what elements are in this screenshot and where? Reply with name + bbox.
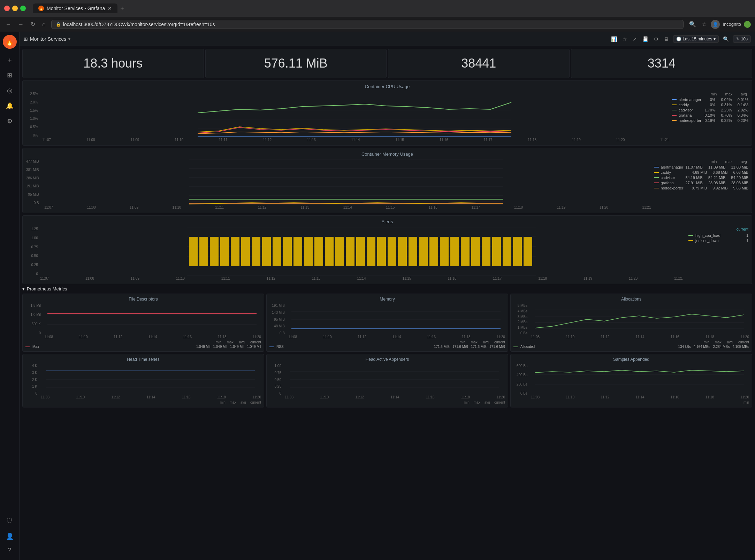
sidebar-item-help[interactable]: ? [3,543,17,557]
svg-rect-26 [241,237,250,266]
svg-rect-50 [492,237,501,266]
active-tab[interactable]: 🔥 Monitor Services - Grafana ✕ [33,3,117,13]
address-bar[interactable]: 🔒 localhost:3000/d/O78YD0CWk/monitor-ser… [51,20,684,29]
minimize-button[interactable] [12,6,18,11]
sidebar: 🔥 ＋ ⊞ ◎ 🔔 ⚙ 🛡 👤 ? [0,32,20,560]
mem-caddy-color [654,172,659,173]
mini-panels-row-1: File Descriptors 1.5 Mil 1.0 Mil 500 K 0 [22,294,752,352]
top-bar: ⊞ Monitor Services ▾ 📊 ☆ ↗ 💾 ⚙ 🖥 🕐 Last … [20,32,755,46]
save-button[interactable]: 💾 [641,35,650,43]
svg-rect-21 [189,237,198,266]
fd-x-axis: 11:0811:1011:1211:1411:1611:1811:20 [44,335,261,339]
svg-rect-47 [461,237,470,266]
alerts-panel-title: Alerts [26,219,748,224]
sidebar-item-shield[interactable]: 🛡 [3,514,17,528]
svg-rect-34 [325,237,334,266]
hts-x-axis: 11:0811:1011:1211:1411:1611:1811:20 [41,395,261,399]
search-button[interactable]: 🔍 [688,20,697,29]
chart-button[interactable]: 📊 [610,35,618,43]
nodeexporter-color [672,120,677,121]
bookmark-button[interactable]: ☆ [700,20,708,29]
svg-rect-31 [293,237,302,266]
home-button[interactable]: ⌂ [41,20,47,29]
stat-value-4: 3314 [578,56,745,71]
alloc-svg [529,304,749,335]
main-content: ⊞ Monitor Services ▾ 📊 ☆ ↗ 💾 ⚙ 🖥 🕐 Last … [20,32,755,560]
sidebar-item-user[interactable]: 👤 [3,529,17,543]
back-button[interactable]: ← [4,20,13,29]
new-tab-button[interactable]: + [117,3,127,14]
memory-y-axis: 477 MiB 381 MiB 286 MiB 191 MiB 95 MiB 0… [26,160,41,205]
alloc-x-axis: 11:0811:1011:1211:1411:1611:1811:20 [531,335,749,339]
prom-mem-y-axis: 191 MiB 143 MiB 95 MiB 48 MiB 0 B [269,304,287,335]
svg-rect-48 [471,237,480,266]
sidebar-item-add[interactable]: ＋ [3,53,17,67]
memory-panel-title: Container Memory Usage [26,151,748,157]
grafana-logo[interactable]: 🔥 [3,35,17,49]
monitor-button[interactable]: 🖥 [663,35,670,43]
alerts-legend-jenkins: jenkins_down 1 [688,239,748,243]
gear-button[interactable]: ⚙ [653,35,660,43]
haa-legend-header: minmaxavgcurrent [269,400,505,404]
alloc-legend: minmaxavgcurrent Allocated 134 kBs 4.164… [513,340,749,349]
svg-rect-87 [535,364,744,395]
dashboard-chevron[interactable]: ▾ [68,37,70,41]
svg-rect-28 [262,237,271,266]
cpu-y-axis: 2.5% 2.0% 1.5% 1.0% 0.5% 0% [26,92,40,137]
samples-appended-title: Samples Appended [513,357,749,362]
share-button[interactable]: ↗ [631,35,638,43]
alerts-y-axis: 1.25 1.00 0.75 0.50 0.25 0 [26,227,40,276]
forward-button[interactable]: → [17,20,25,29]
star-button[interactable]: ☆ [621,35,628,43]
url-text: localhost:3000/d/O78YD0CWk/monitor-servi… [63,22,215,27]
file-descriptors-title: File Descriptors [25,297,261,302]
close-button[interactable] [4,6,10,11]
zoom-out-button[interactable]: 🔍 [722,35,730,43]
stat-value-3: 38441 [395,56,562,71]
time-range-selector[interactable]: 🕐 Last 15 minutes ▾ [673,35,719,43]
mem-legend-caddy: caddy 4.69 MiB 6.68 MiB 6.03 MiB [654,170,748,174]
cpu-legend: min max avg alertmanager 0% 0.02% 0.01% [672,92,748,142]
svg-rect-27 [252,237,260,266]
svg-rect-46 [450,237,459,266]
alerts-chart-main: 1.25 1.00 0.75 0.50 0.25 0 [26,227,683,280]
stats-row: 18.3 hours 576.11 MiB 38441 3314 [22,49,752,78]
user-avatar [744,21,751,28]
legend-item-grafana: grafana 0.10% 0.70% 0.34% [672,113,748,117]
memory-panel: Container Memory Usage 477 MiB 381 MiB 2… [22,148,752,213]
svg-rect-24 [220,237,229,266]
allocations-panel: Allocations 5 MBs 4 MBs 3 MBs 2 MBs 1 MB… [510,294,752,352]
grafana-color [672,115,677,116]
legend-item-nodeexporter: nodeexporter 0.19% 0.32% 0.23% [672,118,748,123]
maximize-button[interactable] [20,6,26,11]
reload-button[interactable]: ↻ [29,20,37,29]
prometheus-section-header[interactable]: ▾ Prometheus Metrics [22,286,752,291]
sidebar-item-dashboards[interactable]: ⊞ [3,68,17,82]
prom-mem-legend: minmaxavgcurrent RSS 171.6 MiB 171.6 MiB… [269,340,505,349]
dashboard: 18.3 hours 576.11 MiB 38441 3314 Contain… [20,46,755,560]
sidebar-item-settings[interactable]: ⚙ [3,114,17,128]
chevron-icon: ▾ [22,286,25,291]
svg-rect-29 [273,237,281,266]
grafana-favicon: 🔥 [38,6,44,11]
memory-legend-header: min max avg [654,160,748,164]
tab-close-button[interactable]: ✕ [108,6,112,11]
legend-item-caddy: caddy 0% 0.31% 0.14% [672,103,748,107]
hts-svg [39,364,261,395]
memory-chart-main: 477 MiB 381 MiB 286 MiB 191 MiB 95 MiB 0… [26,160,651,209]
sidebar-item-explore[interactable]: ◎ [3,84,17,98]
sa-svg [529,364,749,395]
alerts-svg-area [40,227,683,276]
time-range-label: Last 15 minutes [683,37,712,41]
sidebar-item-alerting[interactable]: 🔔 [3,99,17,113]
svg-rect-41 [398,237,407,266]
refresh-selector[interactable]: ↻ 10s [733,35,751,43]
haa-x-axis: 11:0811:1011:1211:1411:1611:1811:20 [285,395,505,399]
svg-rect-22 [199,237,208,266]
mem-legend-nodeexporter: nodeexporter 9.79 MiB 9.92 MiB 9.83 MiB [654,186,748,190]
alloc-y-axis: 5 MBs 4 MBs 3 MBs 2 MBs 1 MBs 0 Bs [513,304,529,335]
traffic-lights [4,6,26,11]
alerts-x-axis: 11:0711:0811:0911:1011:1111:1211:1311:14… [40,276,683,280]
hts-legend-header: minmaxavgcurrent [25,400,261,404]
top-bar-actions: 📊 ☆ ↗ 💾 ⚙ 🖥 🕐 Last 15 minutes ▾ 🔍 ↻ 10s [610,35,751,43]
